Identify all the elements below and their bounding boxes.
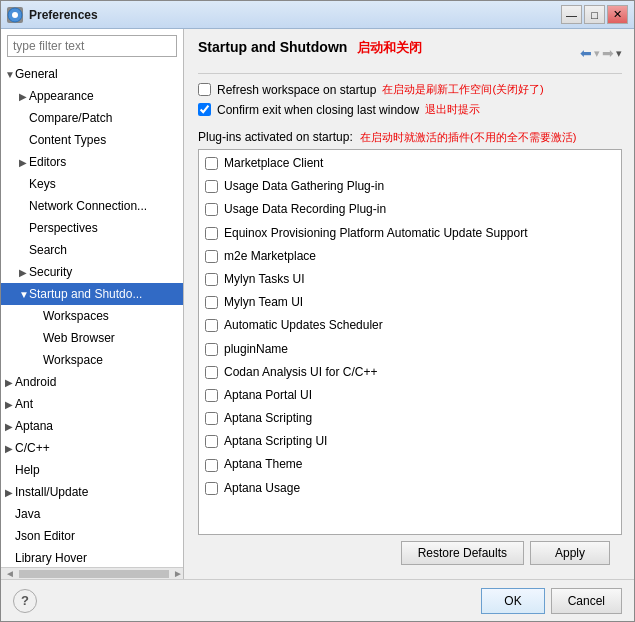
section-title-text: Startup and Shutdown: [198, 39, 347, 55]
tree-label-security: Security: [29, 265, 72, 279]
plugin-checkbox-10[interactable]: [205, 389, 218, 402]
plugin-checkbox-6[interactable]: [205, 296, 218, 309]
tree-item-web-browser[interactable]: Web Browser: [1, 327, 183, 349]
plugin-checkbox-8[interactable]: [205, 343, 218, 356]
plugins-label: Plug-ins activated on startup: 在启动时就激活的插…: [198, 130, 622, 145]
help-button[interactable]: ?: [13, 589, 37, 613]
plugin-item-1: Usage Data Gathering Plug-in: [199, 175, 621, 198]
section-header-row: Startup and Shutdown 启动和关闭 ⬅ ▾ ➡ ▾: [198, 39, 622, 74]
tree-item-network-connections[interactable]: Network Connection...: [1, 195, 183, 217]
window-title: Preferences: [29, 8, 561, 22]
checkbox-confirm-exit[interactable]: [198, 103, 211, 116]
plugin-checkbox-1[interactable]: [205, 180, 218, 193]
tree-item-keys[interactable]: Keys: [1, 173, 183, 195]
plugin-item-10: Aptana Portal UI: [199, 384, 621, 407]
plugin-item-0: Marketplace Client: [199, 152, 621, 175]
footer: ? OK Cancel: [1, 579, 634, 621]
content-area: GeneralAppearanceCompare/PatchContent Ty…: [1, 29, 634, 621]
plugin-item-5: Mylyn Tasks UI: [199, 268, 621, 291]
plugin-checkbox-13[interactable]: [205, 459, 218, 472]
tree-item-help[interactable]: Help: [1, 459, 183, 481]
tree-label-cpp: C/C++: [15, 441, 50, 455]
plugin-label-8: pluginName: [224, 340, 288, 359]
plugin-item-13: Aptana Theme: [199, 453, 621, 476]
restore-defaults-button[interactable]: Restore Defaults: [401, 541, 524, 565]
plugin-item-3: Equinox Provisioning Platform Automatic …: [199, 222, 621, 245]
nav-back-icon[interactable]: ⬅: [580, 45, 592, 61]
tree-label-aptana: Aptana: [15, 419, 53, 433]
tree-item-workspaces[interactable]: Workspaces: [1, 305, 183, 327]
tree-item-startup-shutdown[interactable]: Startup and Shutdo...: [1, 283, 183, 305]
plugin-checkbox-5[interactable]: [205, 273, 218, 286]
plugin-checkbox-4[interactable]: [205, 250, 218, 263]
tree-triangle-general: [5, 67, 15, 82]
tree-item-ant[interactable]: Ant: [1, 393, 183, 415]
checkbox-refresh-workspace[interactable]: [198, 83, 211, 96]
tree-item-java[interactable]: Java: [1, 503, 183, 525]
cancel-button[interactable]: Cancel: [551, 588, 622, 614]
tree-item-aptana[interactable]: Aptana: [1, 415, 183, 437]
tree-triangle-cpp: [5, 441, 15, 456]
tree-item-android[interactable]: Android: [1, 371, 183, 393]
maximize-button[interactable]: □: [584, 5, 605, 24]
tree-item-install-update[interactable]: Install/Update: [1, 481, 183, 503]
section-title-chinese: 启动和关闭: [357, 40, 422, 55]
plugin-checkbox-3[interactable]: [205, 227, 218, 240]
tree-label-workspaces: Workspaces: [43, 309, 109, 323]
plugins-list[interactable]: Marketplace ClientUsage Data Gathering P…: [198, 149, 622, 535]
tree-item-appearance[interactable]: Appearance: [1, 85, 183, 107]
checkbox-label-refresh-workspace: Refresh workspace on startup: [217, 83, 376, 97]
tree-triangle-install-update: [5, 485, 15, 500]
plugin-item-4: m2e Marketplace: [199, 245, 621, 268]
plugin-checkbox-0[interactable]: [205, 157, 218, 170]
plugin-checkbox-14[interactable]: [205, 482, 218, 495]
plugin-item-2: Usage Data Recording Plug-in: [199, 198, 621, 221]
close-button[interactable]: ✕: [607, 5, 628, 24]
section-title: Startup and Shutdown 启动和关闭: [198, 39, 422, 57]
tree-label-ant: Ant: [15, 397, 33, 411]
tree-item-general[interactable]: General: [1, 63, 183, 85]
minimize-button[interactable]: —: [561, 5, 582, 24]
tree-label-java: Java: [15, 507, 40, 521]
tree-label-json-editor: Json Editor: [15, 529, 75, 543]
tree-item-content-types[interactable]: Content Types: [1, 129, 183, 151]
tree-item-library-hover[interactable]: Library Hover: [1, 547, 183, 567]
tree-label-keys: Keys: [29, 177, 56, 191]
filter-input[interactable]: [7, 35, 177, 57]
plugin-checkbox-7[interactable]: [205, 319, 218, 332]
tree-item-search[interactable]: Search: [1, 239, 183, 261]
plugin-checkbox-11[interactable]: [205, 412, 218, 425]
tree-item-cpp[interactable]: C/C++: [1, 437, 183, 459]
tree-item-json-editor[interactable]: Json Editor: [1, 525, 183, 547]
tree-triangle-android: [5, 375, 15, 390]
plugin-checkbox-9[interactable]: [205, 366, 218, 379]
nav-forward-icon[interactable]: ➡: [602, 45, 614, 61]
tree-triangle-appearance: [19, 89, 29, 104]
plugin-item-8: pluginName: [199, 338, 621, 361]
plugin-checkbox-12[interactable]: [205, 435, 218, 448]
tree-item-compare-patch[interactable]: Compare/Patch: [1, 107, 183, 129]
tree-label-android: Android: [15, 375, 56, 389]
tree-label-library-hover: Library Hover: [15, 551, 87, 565]
tree-triangle-startup-shutdown: [19, 287, 29, 302]
tree-label-search: Search: [29, 243, 67, 257]
tree-label-general: General: [15, 67, 58, 81]
plugins-label-text: Plug-ins activated on startup:: [198, 130, 353, 144]
tree-item-perspectives[interactable]: Perspectives: [1, 217, 183, 239]
tree-item-workspace[interactable]: Workspace: [1, 349, 183, 371]
tree-scrollbar[interactable]: ◄ ►: [1, 567, 183, 579]
tree-item-security[interactable]: Security: [1, 261, 183, 283]
tree-container: GeneralAppearanceCompare/PatchContent Ty…: [1, 63, 183, 567]
plugin-item-9: Codan Analysis UI for C/C++: [199, 361, 621, 384]
plugin-label-4: m2e Marketplace: [224, 247, 316, 266]
ok-button[interactable]: OK: [481, 588, 544, 614]
svg-point-1: [12, 12, 18, 18]
tree-triangle-aptana: [5, 419, 15, 434]
plugin-label-10: Aptana Portal UI: [224, 386, 312, 405]
tree-item-editors[interactable]: Editors: [1, 151, 183, 173]
plugin-label-6: Mylyn Team UI: [224, 293, 303, 312]
nav-dropdown-icon[interactable]: ▾: [616, 47, 622, 60]
tree-label-startup-shutdown: Startup and Shutdo...: [29, 287, 142, 301]
apply-button[interactable]: Apply: [530, 541, 610, 565]
plugin-checkbox-2[interactable]: [205, 203, 218, 216]
